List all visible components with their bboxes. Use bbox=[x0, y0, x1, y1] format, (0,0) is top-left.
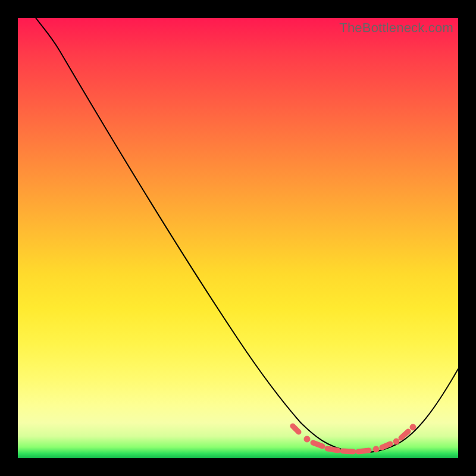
marker-dot bbox=[304, 436, 310, 442]
marker-dot bbox=[373, 446, 379, 452]
marker-dot bbox=[393, 439, 399, 444]
curve-line bbox=[36, 18, 458, 452]
marker-dash bbox=[343, 451, 353, 452]
marker-dash bbox=[313, 443, 322, 446]
marker-dash bbox=[382, 444, 390, 447]
marker-dot bbox=[410, 424, 416, 430]
marker-dash bbox=[327, 449, 338, 450]
chart-frame: TheBottleneck.com bbox=[0, 0, 476, 476]
marker-dash bbox=[358, 450, 369, 452]
chart-plot-area: TheBottleneck.com bbox=[18, 18, 458, 458]
marker-dash bbox=[293, 426, 299, 432]
chart-overlay bbox=[18, 18, 458, 458]
